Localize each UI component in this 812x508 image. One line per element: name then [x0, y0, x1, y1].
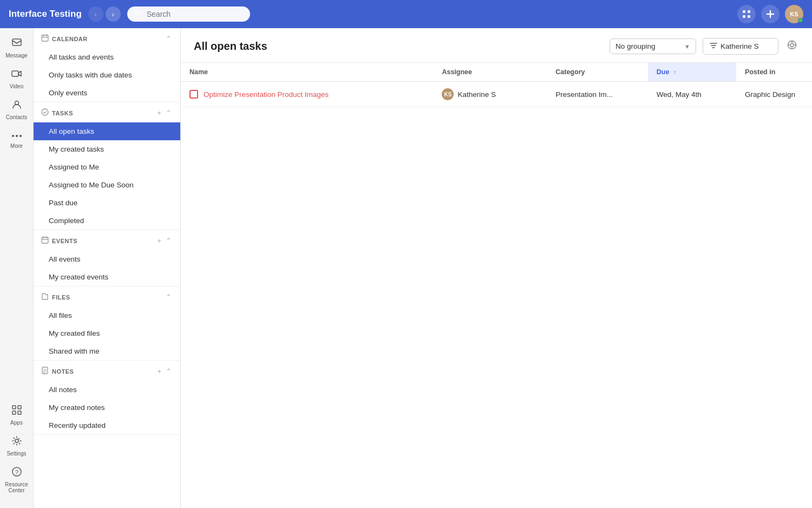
col-name: Name: [181, 63, 433, 82]
sidebar-item-only-tasks-due[interactable]: Only tasks with due dates: [34, 66, 180, 84]
sidebar-item-contacts[interactable]: Contacts: [2, 95, 31, 124]
sidebar-section-files-header[interactable]: FILES ⌃: [34, 286, 180, 307]
sidebar-item-all-open-tasks[interactable]: All open tasks: [34, 122, 180, 140]
more-icon: [11, 130, 22, 141]
sidebar-item-recently-updated[interactable]: Recently updated: [34, 416, 180, 434]
sidebar-section-notes-header[interactable]: NOTES + ⌃: [34, 361, 180, 381]
video-icon: [11, 68, 22, 82]
contacts-label: Contacts: [6, 114, 27, 120]
sidebar-section-files: FILES ⌃ All files My created files Share…: [34, 286, 180, 361]
sidebar-item-settings[interactable]: Settings: [2, 432, 31, 460]
svg-rect-6: [12, 39, 21, 45]
filter-label: Katherine S: [721, 42, 759, 50]
filter-button[interactable]: Katherine S: [703, 38, 778, 55]
main-layout: Message Video Contacts: [0, 28, 812, 508]
svg-rect-7: [12, 71, 18, 76]
sidebar-item-past-due[interactable]: Past due: [34, 194, 180, 212]
col-due[interactable]: Due ↑: [648, 63, 736, 82]
sidebar-item-completed[interactable]: Completed: [34, 212, 180, 230]
sidebar-item-assigned-to-me[interactable]: Assigned to Me: [34, 158, 180, 176]
files-items: All files My created files Shared with m…: [34, 307, 180, 360]
content-area: All open tasks No grouping ▼ Katherine S: [181, 28, 812, 508]
sidebar-item-more[interactable]: More: [2, 126, 31, 153]
app-title: Interface Testing: [9, 9, 82, 19]
events-items: All events My created events: [34, 250, 180, 286]
sidebar-item-all-tasks-events[interactable]: All tasks and events: [34, 48, 180, 66]
calendar-collapse-button[interactable]: ⌃: [165, 34, 173, 44]
svg-rect-19: [42, 35, 48, 41]
search-input[interactable]: [127, 6, 250, 22]
message-label: Message: [5, 53, 28, 58]
resource-center-icon: ?: [11, 466, 22, 480]
nav-back-button[interactable]: ‹: [88, 6, 103, 22]
tasks-add-button[interactable]: +: [156, 108, 162, 118]
plus-icon: [766, 10, 775, 18]
search-wrapper: 🔍: [127, 6, 365, 22]
sidebar-item-all-events[interactable]: All events: [34, 250, 180, 268]
task-category-cell: Presentation Im...: [547, 82, 648, 107]
svg-point-11: [19, 135, 22, 137]
resource-center-label: Resource Center: [4, 481, 29, 493]
calendar-section-icon: [41, 34, 49, 43]
tasks-table-wrapper: Name Assignee Category Due ↑: [181, 63, 812, 508]
svg-rect-2: [743, 15, 745, 18]
user-avatar-button[interactable]: KS: [785, 5, 803, 23]
col-assignee: Assignee: [433, 63, 547, 82]
files-section-icon: [41, 292, 49, 302]
sidebar-item-my-created-tasks[interactable]: My created tasks: [34, 140, 180, 158]
notes-collapse-button[interactable]: ⌃: [165, 366, 173, 376]
assignee-initials: KS: [444, 92, 451, 97]
view-settings-button[interactable]: [785, 38, 799, 55]
svg-point-10: [16, 135, 18, 137]
sidebar-item-only-events[interactable]: Only events: [34, 84, 180, 102]
svg-rect-3: [748, 15, 750, 18]
files-collapse-button[interactable]: ⌃: [165, 292, 173, 302]
sidebar-item-my-created-files[interactable]: My created files: [34, 324, 180, 342]
svg-rect-0: [743, 10, 745, 13]
sidebar-item-message[interactable]: Message: [2, 34, 31, 62]
task-due-cell: Wed, May 4th: [648, 82, 736, 107]
svg-rect-15: [18, 411, 21, 414]
svg-point-23: [42, 109, 48, 115]
sidebar-item-assigned-to-me-due-soon[interactable]: Assigned to Me Due Soon: [34, 176, 180, 194]
sidebar-section-calendar-header[interactable]: CALENDAR ⌃: [34, 28, 180, 48]
nav-forward-button[interactable]: ›: [106, 6, 121, 22]
chevron-down-icon: ▼: [684, 43, 690, 50]
message-icon: [11, 37, 22, 51]
filter-icon: [710, 42, 717, 51]
sidebar-item-my-created-events[interactable]: My created events: [34, 268, 180, 286]
sidebar-item-apps[interactable]: Apps: [2, 401, 31, 429]
events-section-icon: [41, 236, 49, 245]
tasks-items: All open tasks My created tasks Assigned…: [34, 122, 180, 230]
task-name-link[interactable]: Optimize Presentation Product Images: [204, 90, 329, 99]
notes-section-icon: [41, 367, 49, 376]
tasks-table-body: Optimize Presentation Product Images KS …: [181, 82, 812, 107]
sort-arrow-icon: ↑: [673, 69, 677, 75]
sidebar-item-my-created-notes[interactable]: My created notes: [34, 399, 180, 416]
svg-rect-24: [42, 237, 48, 243]
add-button[interactable]: [761, 5, 780, 23]
events-add-button[interactable]: +: [156, 236, 162, 246]
notes-add-button[interactable]: +: [156, 366, 162, 376]
tasks-collapse-button[interactable]: ⌃: [165, 108, 173, 118]
sidebar-item-video[interactable]: Video: [2, 64, 31, 93]
grouping-dropdown[interactable]: No grouping ▼: [610, 38, 696, 54]
sidebar-section-tasks-header[interactable]: TASKS + ⌃: [34, 102, 180, 122]
notes-items: All notes My created notes Recently upda…: [34, 381, 180, 434]
sidebar-item-shared-with-me[interactable]: Shared with me: [34, 342, 180, 360]
events-collapse-button[interactable]: ⌃: [165, 236, 173, 246]
sidebar-section-events: EVENTS + ⌃ All events My created events: [34, 230, 180, 286]
task-checkbox[interactable]: [189, 90, 198, 99]
topbar: Interface Testing ‹ › 🔍 KS: [0, 0, 812, 28]
sidebar-item-resource-center[interactable]: ? Resource Center: [2, 463, 31, 497]
assignee-avatar: KS: [442, 88, 454, 100]
sidebar-item-all-notes[interactable]: All notes: [34, 381, 180, 399]
left-nav: Message Video Contacts: [0, 28, 34, 508]
task-name-cell: Optimize Presentation Product Images: [181, 82, 433, 107]
svg-text:?: ?: [15, 469, 18, 476]
topbar-nav: ‹ ›: [88, 6, 121, 22]
apps-grid-button[interactable]: [737, 5, 756, 23]
sidebar-section-events-header[interactable]: EVENTS + ⌃: [34, 230, 180, 250]
sidebar-item-all-files[interactable]: All files: [34, 307, 180, 324]
settings-label: Settings: [6, 451, 26, 457]
